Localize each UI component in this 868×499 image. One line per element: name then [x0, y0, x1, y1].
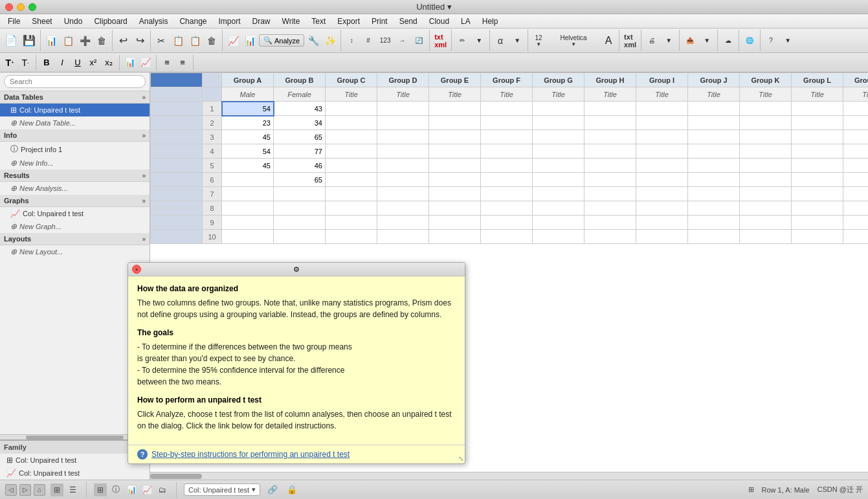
cell-f-7[interactable]: [481, 187, 533, 201]
close-button[interactable]: [5, 3, 13, 11]
cell-c-6[interactable]: [326, 173, 377, 187]
cell-d-2[interactable]: [377, 116, 429, 130]
cell-f-10[interactable]: [481, 230, 533, 244]
header-group-i[interactable]: Group I: [636, 73, 688, 87]
cell-h-5[interactable]: [584, 159, 636, 173]
lock-icon[interactable]: 🔒: [285, 483, 299, 497]
menu-export[interactable]: Export: [332, 16, 365, 27]
format-btn-T[interactable]: T+: [3, 56, 17, 70]
cell-h-3[interactable]: [584, 130, 636, 144]
cell-i-5[interactable]: [636, 159, 688, 173]
sheet-btn2[interactable]: 📋: [60, 30, 76, 51]
cell-d-3[interactable]: [377, 130, 429, 144]
bold-button[interactable]: B: [39, 56, 54, 70]
header-group-f[interactable]: Group F: [481, 73, 533, 87]
search-input[interactable]: [4, 75, 146, 88]
cell-e-7[interactable]: [429, 187, 481, 201]
sidebar-section-layouts[interactable]: Layouts »: [0, 233, 150, 245]
menu-change[interactable]: Change: [174, 16, 212, 27]
cell-g-7[interactable]: [533, 187, 584, 201]
cell-m-4[interactable]: [843, 144, 869, 159]
sheet-data-icon[interactable]: ⊞: [94, 483, 107, 496]
analysis-btn2[interactable]: 📊: [242, 30, 258, 51]
draw-dropdown[interactable]: ▼: [471, 30, 487, 51]
cloud-button[interactable]: ☁: [720, 30, 736, 51]
menu-cloud[interactable]: Cloud: [424, 16, 454, 27]
cell-c-5[interactable]: [326, 159, 377, 173]
cell-k-6[interactable]: [740, 173, 792, 187]
subheader-b[interactable]: Female: [274, 87, 326, 102]
save-button[interactable]: 💾: [21, 30, 38, 51]
header-group-d[interactable]: Group D: [377, 73, 429, 87]
cell-l-7[interactable]: [792, 187, 843, 201]
cell-j-9[interactable]: [688, 216, 740, 230]
redo-button[interactable]: ↪: [132, 30, 148, 51]
cell-m-8[interactable]: [843, 201, 869, 216]
cell-e-6[interactable]: [429, 173, 481, 187]
cell-h-1[interactable]: [584, 102, 636, 116]
cell-f-8[interactable]: [481, 201, 533, 216]
cell-g-10[interactable]: [533, 230, 584, 244]
sheet-graph-icon[interactable]: 📈: [140, 483, 153, 496]
cell-j-6[interactable]: [688, 173, 740, 187]
cell-b-2[interactable]: 34: [274, 116, 326, 130]
graph-bar-btn[interactable]: 📊: [123, 56, 137, 70]
cell-b-7[interactable]: [274, 187, 326, 201]
cell-l-6[interactable]: [792, 173, 843, 187]
menu-import[interactable]: Import: [214, 16, 246, 27]
cell-k-1[interactable]: [740, 102, 792, 116]
help-button[interactable]: ?: [763, 30, 779, 51]
font-size-field[interactable]: 12▼: [531, 30, 546, 51]
menu-help[interactable]: Help: [477, 16, 504, 27]
cell-f-3[interactable]: [481, 130, 533, 144]
cell-e-3[interactable]: [429, 130, 481, 144]
cell-i-3[interactable]: [636, 130, 688, 144]
menu-text[interactable]: Text: [306, 16, 331, 27]
cell-i-1[interactable]: [636, 102, 688, 116]
cell-h-6[interactable]: [584, 173, 636, 187]
header-group-a[interactable]: Group A: [222, 73, 274, 87]
cell-c-10[interactable]: [326, 230, 377, 244]
help-dropdown[interactable]: ▼: [780, 30, 796, 51]
nav-forward[interactable]: ▷: [19, 484, 31, 496]
cell-a-9[interactable]: [222, 216, 274, 230]
cell-e-2[interactable]: [429, 116, 481, 130]
cell-b-10[interactable]: [274, 230, 326, 244]
header-group-j[interactable]: Group J: [688, 73, 740, 87]
subheader-i[interactable]: Title: [636, 87, 688, 102]
cell-h-9[interactable]: [584, 216, 636, 230]
change-btn2[interactable]: #: [361, 30, 376, 51]
menu-send[interactable]: Send: [394, 16, 423, 27]
cell-i-8[interactable]: [636, 201, 688, 216]
cell-e-1[interactable]: [429, 102, 481, 116]
cell-e-8[interactable]: [429, 201, 481, 216]
cell-i-4[interactable]: [636, 144, 688, 159]
cell-b-8[interactable]: [274, 201, 326, 216]
sheet-btn4[interactable]: 🗑: [94, 30, 109, 51]
menu-analysis[interactable]: Analysis: [134, 16, 173, 27]
print-button[interactable]: 🖨: [644, 30, 660, 51]
la-button[interactable]: 🌐: [742, 30, 757, 51]
menu-print[interactable]: Print: [366, 16, 393, 27]
underline-button[interactable]: U: [71, 56, 85, 70]
cell-l-8[interactable]: [792, 201, 843, 216]
cell-e-4[interactable]: [429, 144, 481, 159]
link-icon[interactable]: 🔗: [265, 483, 280, 497]
cell-d-5[interactable]: [377, 159, 429, 173]
change-btn1[interactable]: ↕: [344, 30, 359, 51]
menu-la[interactable]: LA: [456, 16, 476, 27]
cell-b-6[interactable]: 65: [274, 173, 326, 187]
cell-d-10[interactable]: [377, 230, 429, 244]
cell-d-6[interactable]: [377, 173, 429, 187]
cell-m-9[interactable]: [843, 216, 869, 230]
analysis-btn3[interactable]: 🔧: [306, 30, 321, 51]
analysis-btn4[interactable]: ✨: [322, 30, 338, 51]
change-btn3[interactable]: 123: [377, 30, 393, 51]
undo-button[interactable]: ↩: [115, 30, 131, 51]
cell-c-8[interactable]: [326, 201, 377, 216]
draw-button[interactable]: ✏: [454, 30, 470, 51]
cell-g-2[interactable]: [533, 116, 584, 130]
cell-f-4[interactable]: [481, 144, 533, 159]
cell-h-2[interactable]: [584, 116, 636, 130]
delete-button[interactable]: 🗑: [204, 30, 219, 51]
